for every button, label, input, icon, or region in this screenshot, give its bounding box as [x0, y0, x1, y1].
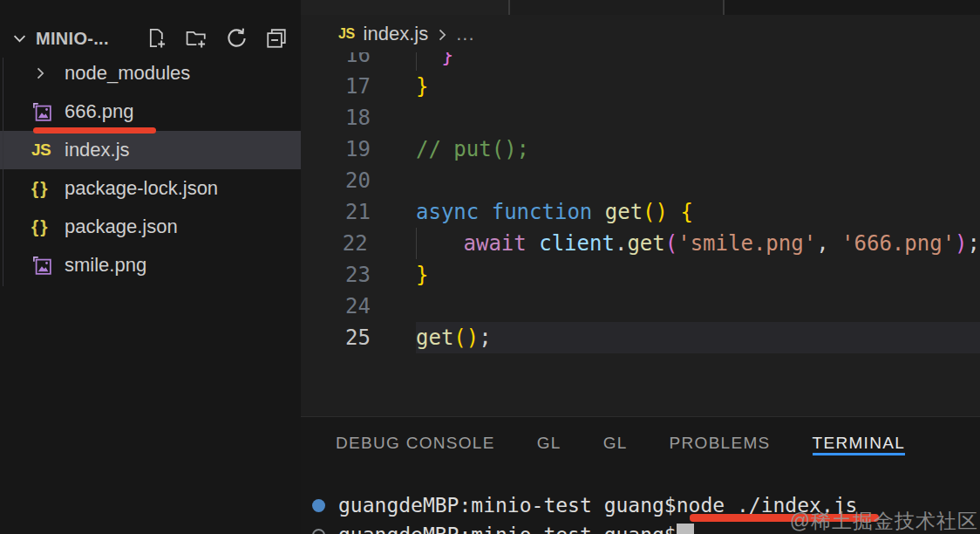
line-number[interactable]: 20 [301, 165, 371, 196]
code-line-19[interactable]: 19// put(); [301, 134, 980, 165]
breadcrumb-ellipsis[interactable]: ... [456, 23, 474, 45]
line-number[interactable]: 24 [301, 291, 371, 322]
editor-tab-3[interactable] [725, 0, 980, 15]
code-text[interactable]: get(); [371, 322, 492, 353]
code-line-21[interactable]: 21async function get() { [301, 196, 980, 228]
code-text[interactable] [371, 165, 416, 196]
js-icon: JS [31, 140, 58, 160]
watermark: @稀土掘金技术社区 [790, 508, 978, 534]
terminal-prompt: guangdeMBP:minio-test guang$ [338, 490, 677, 520]
chevron-right-icon [31, 65, 58, 82]
code-text[interactable]: await client.get('smile.png', '666.png')… [368, 228, 980, 259]
explorer-section-title[interactable]: MINIO-... [36, 29, 109, 49]
hollow-circle-icon [312, 529, 325, 534]
filled-circle-icon [312, 499, 325, 512]
file-item-smile.png[interactable]: smile.png [0, 246, 301, 284]
code-text[interactable]: // put(); [371, 134, 529, 165]
image-icon [31, 102, 58, 122]
chevron-down-icon[interactable] [10, 30, 29, 48]
json-icon: {} [31, 216, 58, 237]
breadcrumb-file[interactable]: index.js [364, 23, 429, 45]
file-list: node_modules666.pngJSindex.js{}package-l… [0, 54, 301, 284]
code-text[interactable]: } [371, 71, 428, 102]
editor-region: JS index.js ... 16 }17}1819// put();2021… [301, 0, 980, 416]
line-number[interactable]: 25 [301, 322, 371, 353]
file-item-666.png[interactable]: 666.png [0, 92, 301, 131]
code-line-23[interactable]: 23} [301, 259, 980, 291]
line-number[interactable]: 19 [301, 134, 371, 165]
explorer-header: MINIO-... [0, 0, 301, 54]
code-line-24[interactable]: 24 [301, 291, 980, 322]
terminal-prompt: guangdeMBP:minio-test guang$ [338, 520, 677, 534]
file-item-node_modules[interactable]: node_modules [0, 54, 301, 92]
red-marker-annotation [33, 127, 156, 134]
file-item-package.json[interactable]: {}package.json [0, 208, 301, 246]
chevron-right-icon [433, 26, 451, 44]
code-line-22[interactable]: 22 await client.get('smile.png', '666.pn… [301, 228, 980, 259]
code-line-20[interactable]: 20 [301, 165, 980, 196]
panel-tab-debug-console-0[interactable]: DEBUG CONSOLE [336, 431, 495, 455]
file-item-label: 666.png [65, 100, 134, 123]
code-text[interactable]: } [371, 259, 428, 291]
line-number[interactable]: 23 [301, 259, 371, 291]
panel-tab-problems-3[interactable]: PROBLEMS [670, 431, 771, 455]
code-text[interactable] [371, 291, 416, 322]
line-number[interactable]: 21 [301, 196, 371, 228]
file-item-label: package-lock.json [65, 177, 218, 200]
file-item-index.js[interactable]: JSindex.js [0, 131, 301, 169]
panel-tab-gl-2[interactable]: GL [603, 431, 628, 455]
panel-tab-gl-1[interactable]: GL [537, 431, 561, 455]
code-text[interactable]: async function get() { [371, 196, 693, 228]
line-number[interactable]: 16 [301, 52, 371, 71]
file-item-label: package.json [65, 216, 178, 238]
code-lines: 16 }17}1819// put();2021async function g… [301, 52, 980, 353]
code-line-25[interactable]: 25get(); [301, 322, 980, 353]
tab-strip [301, 0, 980, 15]
code-area[interactable]: 16 }17}1819// put();2021async function g… [301, 52, 980, 416]
panel-tab-terminal-4[interactable]: TERMINAL [813, 431, 905, 455]
file-item-label: index.js [65, 139, 130, 161]
refresh-icon[interactable] [225, 27, 248, 50]
file-item-label: node_modules [65, 62, 190, 85]
panel-tabs: DEBUG CONSOLEGLGLPROBLEMSTERMINAL [301, 417, 980, 455]
new-file-icon[interactable] [145, 27, 167, 50]
code-line-18[interactable]: 18 [301, 102, 980, 134]
breadcrumb: JS index.js ... [301, 15, 980, 52]
collapse-all-icon[interactable] [265, 27, 288, 50]
code-text[interactable] [371, 102, 416, 134]
js-file-icon: JS [338, 26, 355, 42]
line-number[interactable]: 18 [301, 102, 371, 134]
vscode-window: MINIO-... node_modules666.pngJSindex.js{… [0, 0, 980, 534]
code-text[interactable]: } [371, 52, 453, 71]
line-number[interactable]: 22 [301, 228, 368, 259]
terminal-cursor[interactable] [677, 524, 694, 534]
code-line-17[interactable]: 17} [301, 71, 980, 102]
explorer-actions [145, 27, 288, 50]
editor-tab-active[interactable] [301, 0, 508, 15]
code-line-16[interactable]: 16 } [301, 52, 980, 71]
new-folder-icon[interactable] [185, 27, 208, 50]
tree-indent-guide [3, 58, 3, 286]
image-icon [31, 256, 58, 276]
file-item-package-lock.json[interactable]: {}package-lock.json [0, 169, 301, 208]
file-item-label: smile.png [65, 254, 146, 277]
editor-tab-2[interactable] [510, 0, 723, 15]
explorer-sidebar: MINIO-... node_modules666.pngJSindex.js{… [0, 0, 301, 534]
line-number[interactable]: 17 [301, 71, 371, 102]
json-icon: {} [31, 178, 58, 199]
